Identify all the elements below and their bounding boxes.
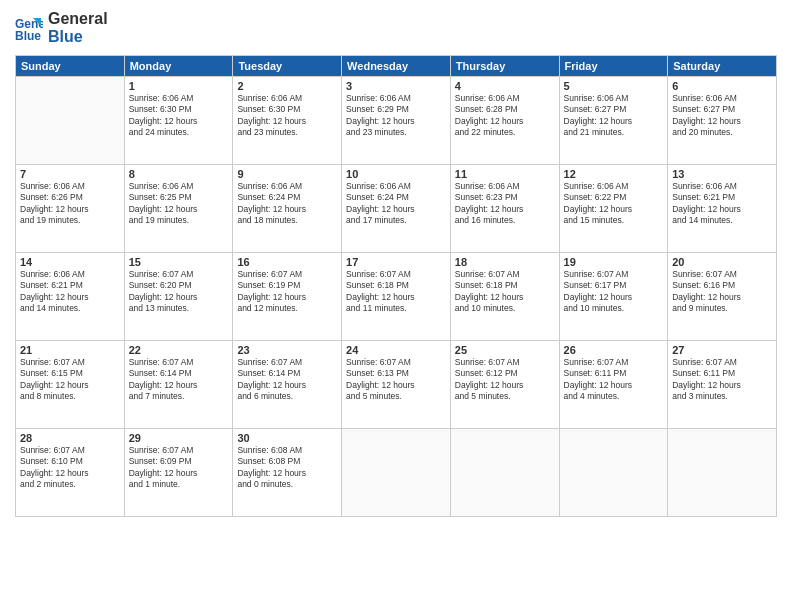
- week-row-3: 14Sunrise: 6:06 AMSunset: 6:21 PMDayligh…: [16, 252, 777, 340]
- day-number: 2: [237, 80, 337, 92]
- day-cell: 5Sunrise: 6:06 AMSunset: 6:27 PMDaylight…: [559, 76, 668, 164]
- day-number: 25: [455, 344, 555, 356]
- day-cell: 2Sunrise: 6:06 AMSunset: 6:30 PMDaylight…: [233, 76, 342, 164]
- logo-icon: General Blue: [15, 14, 43, 42]
- day-cell: 28Sunrise: 6:07 AMSunset: 6:10 PMDayligh…: [16, 428, 125, 516]
- day-info: Sunrise: 6:06 AMSunset: 6:28 PMDaylight:…: [455, 93, 555, 139]
- day-info: Sunrise: 6:06 AMSunset: 6:23 PMDaylight:…: [455, 181, 555, 227]
- day-info: Sunrise: 6:07 AMSunset: 6:09 PMDaylight:…: [129, 445, 229, 491]
- day-cell: 22Sunrise: 6:07 AMSunset: 6:14 PMDayligh…: [124, 340, 233, 428]
- day-cell: 17Sunrise: 6:07 AMSunset: 6:18 PMDayligh…: [342, 252, 451, 340]
- day-number: 15: [129, 256, 229, 268]
- day-number: 17: [346, 256, 446, 268]
- day-cell: 1Sunrise: 6:06 AMSunset: 6:30 PMDaylight…: [124, 76, 233, 164]
- day-number: 18: [455, 256, 555, 268]
- day-number: 20: [672, 256, 772, 268]
- day-info: Sunrise: 6:07 AMSunset: 6:18 PMDaylight:…: [455, 269, 555, 315]
- week-row-1: 1Sunrise: 6:06 AMSunset: 6:30 PMDaylight…: [16, 76, 777, 164]
- day-number: 6: [672, 80, 772, 92]
- day-number: 22: [129, 344, 229, 356]
- day-number: 16: [237, 256, 337, 268]
- day-number: 4: [455, 80, 555, 92]
- day-cell: 3Sunrise: 6:06 AMSunset: 6:29 PMDaylight…: [342, 76, 451, 164]
- day-number: 19: [564, 256, 664, 268]
- day-info: Sunrise: 6:06 AMSunset: 6:25 PMDaylight:…: [129, 181, 229, 227]
- day-cell: [450, 428, 559, 516]
- day-cell: 11Sunrise: 6:06 AMSunset: 6:23 PMDayligh…: [450, 164, 559, 252]
- calendar-header-row: SundayMondayTuesdayWednesdayThursdayFrid…: [16, 55, 777, 76]
- day-cell: 4Sunrise: 6:06 AMSunset: 6:28 PMDaylight…: [450, 76, 559, 164]
- day-number: 24: [346, 344, 446, 356]
- day-number: 21: [20, 344, 120, 356]
- day-cell: 25Sunrise: 6:07 AMSunset: 6:12 PMDayligh…: [450, 340, 559, 428]
- day-cell: 30Sunrise: 6:08 AMSunset: 6:08 PMDayligh…: [233, 428, 342, 516]
- day-info: Sunrise: 6:06 AMSunset: 6:26 PMDaylight:…: [20, 181, 120, 227]
- day-cell: 16Sunrise: 6:07 AMSunset: 6:19 PMDayligh…: [233, 252, 342, 340]
- day-info: Sunrise: 6:07 AMSunset: 6:11 PMDaylight:…: [564, 357, 664, 403]
- day-info: Sunrise: 6:06 AMSunset: 6:30 PMDaylight:…: [129, 93, 229, 139]
- day-cell: 9Sunrise: 6:06 AMSunset: 6:24 PMDaylight…: [233, 164, 342, 252]
- day-number: 27: [672, 344, 772, 356]
- col-header-friday: Friday: [559, 55, 668, 76]
- day-cell: 29Sunrise: 6:07 AMSunset: 6:09 PMDayligh…: [124, 428, 233, 516]
- day-info: Sunrise: 6:06 AMSunset: 6:21 PMDaylight:…: [20, 269, 120, 315]
- col-header-sunday: Sunday: [16, 55, 125, 76]
- day-cell: 24Sunrise: 6:07 AMSunset: 6:13 PMDayligh…: [342, 340, 451, 428]
- day-number: 5: [564, 80, 664, 92]
- day-cell: 8Sunrise: 6:06 AMSunset: 6:25 PMDaylight…: [124, 164, 233, 252]
- day-number: 23: [237, 344, 337, 356]
- day-info: Sunrise: 6:08 AMSunset: 6:08 PMDaylight:…: [237, 445, 337, 491]
- svg-text:Blue: Blue: [15, 29, 41, 42]
- day-info: Sunrise: 6:07 AMSunset: 6:14 PMDaylight:…: [129, 357, 229, 403]
- day-number: 3: [346, 80, 446, 92]
- day-info: Sunrise: 6:06 AMSunset: 6:30 PMDaylight:…: [237, 93, 337, 139]
- day-cell: 13Sunrise: 6:06 AMSunset: 6:21 PMDayligh…: [668, 164, 777, 252]
- day-info: Sunrise: 6:07 AMSunset: 6:11 PMDaylight:…: [672, 357, 772, 403]
- col-header-saturday: Saturday: [668, 55, 777, 76]
- day-cell: 26Sunrise: 6:07 AMSunset: 6:11 PMDayligh…: [559, 340, 668, 428]
- day-number: 11: [455, 168, 555, 180]
- day-info: Sunrise: 6:06 AMSunset: 6:24 PMDaylight:…: [346, 181, 446, 227]
- day-info: Sunrise: 6:06 AMSunset: 6:27 PMDaylight:…: [564, 93, 664, 139]
- col-header-tuesday: Tuesday: [233, 55, 342, 76]
- day-cell: 19Sunrise: 6:07 AMSunset: 6:17 PMDayligh…: [559, 252, 668, 340]
- calendar-table: SundayMondayTuesdayWednesdayThursdayFrid…: [15, 55, 777, 517]
- day-number: 29: [129, 432, 229, 444]
- day-cell: 18Sunrise: 6:07 AMSunset: 6:18 PMDayligh…: [450, 252, 559, 340]
- day-info: Sunrise: 6:06 AMSunset: 6:21 PMDaylight:…: [672, 181, 772, 227]
- col-header-monday: Monday: [124, 55, 233, 76]
- page-header: General Blue General Blue: [15, 10, 777, 47]
- day-cell: 27Sunrise: 6:07 AMSunset: 6:11 PMDayligh…: [668, 340, 777, 428]
- day-info: Sunrise: 6:06 AMSunset: 6:24 PMDaylight:…: [237, 181, 337, 227]
- logo: General Blue General Blue: [15, 10, 108, 47]
- day-cell: 21Sunrise: 6:07 AMSunset: 6:15 PMDayligh…: [16, 340, 125, 428]
- day-number: 9: [237, 168, 337, 180]
- day-cell: [559, 428, 668, 516]
- day-number: 8: [129, 168, 229, 180]
- day-info: Sunrise: 6:06 AMSunset: 6:22 PMDaylight:…: [564, 181, 664, 227]
- day-cell: 6Sunrise: 6:06 AMSunset: 6:27 PMDaylight…: [668, 76, 777, 164]
- day-number: 13: [672, 168, 772, 180]
- week-row-5: 28Sunrise: 6:07 AMSunset: 6:10 PMDayligh…: [16, 428, 777, 516]
- day-number: 28: [20, 432, 120, 444]
- day-number: 14: [20, 256, 120, 268]
- day-cell: [668, 428, 777, 516]
- day-info: Sunrise: 6:07 AMSunset: 6:18 PMDaylight:…: [346, 269, 446, 315]
- col-header-wednesday: Wednesday: [342, 55, 451, 76]
- day-cell: 12Sunrise: 6:06 AMSunset: 6:22 PMDayligh…: [559, 164, 668, 252]
- day-info: Sunrise: 6:06 AMSunset: 6:29 PMDaylight:…: [346, 93, 446, 139]
- logo-line2: Blue: [48, 28, 108, 46]
- day-number: 1: [129, 80, 229, 92]
- col-header-thursday: Thursday: [450, 55, 559, 76]
- logo-line1: General: [48, 10, 108, 28]
- day-number: 7: [20, 168, 120, 180]
- day-number: 10: [346, 168, 446, 180]
- day-cell: 15Sunrise: 6:07 AMSunset: 6:20 PMDayligh…: [124, 252, 233, 340]
- day-info: Sunrise: 6:07 AMSunset: 6:19 PMDaylight:…: [237, 269, 337, 315]
- day-info: Sunrise: 6:06 AMSunset: 6:27 PMDaylight:…: [672, 93, 772, 139]
- day-info: Sunrise: 6:07 AMSunset: 6:10 PMDaylight:…: [20, 445, 120, 491]
- day-number: 30: [237, 432, 337, 444]
- day-info: Sunrise: 6:07 AMSunset: 6:12 PMDaylight:…: [455, 357, 555, 403]
- day-info: Sunrise: 6:07 AMSunset: 6:16 PMDaylight:…: [672, 269, 772, 315]
- day-cell: [16, 76, 125, 164]
